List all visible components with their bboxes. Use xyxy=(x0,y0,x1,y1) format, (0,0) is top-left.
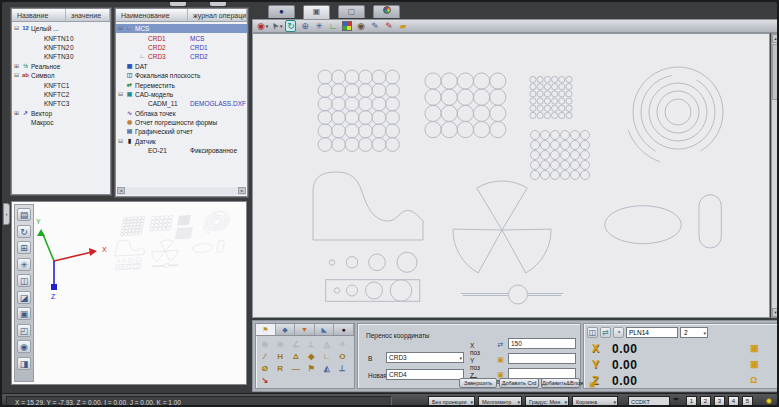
operation-row[interactable]: ∿ Облака точек xyxy=(116,109,247,118)
paint-pen-icon[interactable]: ✎ xyxy=(383,20,394,32)
view3d-panel[interactable]: Y X Z ▤ ↻ ⊞ ✳ ◫ ◪ ▣ ◰ ◉ xyxy=(11,201,247,385)
fan-shape[interactable] xyxy=(453,181,551,273)
status-number-button[interactable]: 2 xyxy=(700,396,711,406)
select-cursor-icon[interactable]: ➤ ▾ xyxy=(271,20,282,32)
operation-row[interactable]: ⊟ ▣ CAD-модель xyxy=(116,90,247,99)
view-options-icon[interactable]: ◉ xyxy=(355,20,366,32)
angle-icon[interactable]: ∠ xyxy=(289,339,303,350)
part-miniature[interactable] xyxy=(112,211,231,271)
scroll-right-icon[interactable]: ▸ xyxy=(238,187,246,194)
vector-arrow-icon[interactable]: ↘ xyxy=(258,375,272,386)
zoom-extents-icon[interactable]: ✳ xyxy=(313,20,324,32)
pan-view-icon[interactable]: ◫ xyxy=(17,274,31,287)
dock-grip[interactable] xyxy=(210,2,226,6)
variable-row[interactable]: ⊟ 12 Целый ... xyxy=(12,24,110,33)
corner-tool-icon[interactable]: ∟ xyxy=(320,351,334,362)
operation-row[interactable]: ▦ DAT xyxy=(116,62,247,71)
expander-icon[interactable]: ⊟ xyxy=(118,137,125,146)
scroll-left-icon[interactable]: ◂ xyxy=(117,187,125,194)
axis-lock-icon[interactable]: ▣ xyxy=(750,343,759,353)
palette-tab-csys[interactable]: ◣ xyxy=(315,324,335,335)
dro-sync-icon[interactable]: ⇄ xyxy=(600,327,611,338)
expander-icon[interactable]: ⊞ xyxy=(14,109,21,118)
wave-icon[interactable]: ≋ xyxy=(274,339,288,350)
star-icon[interactable]: ✧ xyxy=(336,339,350,350)
axis-line-with-circle[interactable] xyxy=(461,285,563,304)
wireframe-view-icon[interactable]: ▣ xyxy=(17,307,31,320)
cam-blob-shape[interactable] xyxy=(313,172,423,240)
dock-grip[interactable] xyxy=(170,2,186,6)
zoom-extents-icon[interactable]: ✳ xyxy=(17,258,31,271)
circle-grid-large-a[interactable] xyxy=(318,70,399,151)
operation-row[interactable]: CADM_11 DEMOGLASS.DXF xyxy=(116,99,247,108)
flag-tool-icon[interactable]: ⚑ xyxy=(305,363,319,374)
ramp-tool-icon[interactable]: ◭ xyxy=(320,363,334,374)
circle-grid-small-b[interactable] xyxy=(531,131,590,180)
scroll-up-icon[interactable]: ▲ xyxy=(772,34,779,43)
position-field[interactable]: 150 xyxy=(508,338,576,349)
tab-graphics-view[interactable]: ▣ xyxy=(303,5,330,19)
combine-icon[interactable]: ⊕ xyxy=(258,339,272,350)
axis-lock-icon[interactable]: ▣ xyxy=(750,359,759,369)
slot-tool-icon[interactable]: H xyxy=(274,351,288,362)
joystick-icon[interactable]: ✒ xyxy=(673,395,680,404)
status-number-button[interactable]: 4 xyxy=(728,396,739,406)
variable-row[interactable]: ⊟ ab Символ xyxy=(12,71,110,80)
orient-view-icon[interactable]: ◰ xyxy=(17,324,31,337)
variable-row[interactable]: KNFTN2 0 xyxy=(12,43,110,52)
position-field[interactable] xyxy=(508,353,576,364)
expander-icon[interactable]: ⊟ xyxy=(14,24,21,33)
background-icon[interactable]: ◨ xyxy=(17,357,31,370)
lock-icon[interactable]: ▣ xyxy=(496,355,505,364)
palette-tab-measure[interactable]: ⚑ xyxy=(256,324,276,335)
operation-row[interactable]: CRD1 MCS xyxy=(116,33,247,42)
operation-row[interactable]: ⇄ Переместить xyxy=(116,80,247,89)
capsule-shape[interactable] xyxy=(699,195,721,248)
circle-size-row[interactable] xyxy=(329,252,417,272)
operation-row[interactable]: ⊟ ∟ MCS xyxy=(116,24,247,33)
variable-row[interactable]: KNFTC1 xyxy=(12,80,110,89)
light-icon[interactable]: ◉ xyxy=(17,340,31,353)
expander-icon[interactable]: ⊟ xyxy=(118,90,125,99)
circle-tool-icon[interactable]: O xyxy=(336,351,350,362)
distance-tool-icon[interactable]: — xyxy=(289,363,303,374)
xpos-link-icon[interactable]: ⇄ xyxy=(496,340,505,349)
color-grid-icon[interactable] xyxy=(341,20,352,32)
scroll-thumb[interactable] xyxy=(772,44,779,100)
column-header-value[interactable]: значение xyxy=(66,9,110,21)
chevron-down-icon[interactable]: ▾ xyxy=(459,355,462,361)
dro-machine-icon[interactable]: ◫ xyxy=(587,327,598,338)
line-tool-icon[interactable]: ∕ xyxy=(258,351,272,362)
variable-row[interactable]: KNFTC2 xyxy=(12,90,110,99)
canvas-vertical-scrollbar[interactable]: ▲ ▼ xyxy=(771,33,779,318)
zoom-window-icon[interactable]: ⊞ xyxy=(17,241,31,254)
refresh-view-icon[interactable]: ↻ xyxy=(285,20,296,32)
status-number-button[interactable]: 5 xyxy=(742,396,753,406)
variable-row[interactable]: ⊞ ½ Реальное xyxy=(12,62,110,71)
status-number-button[interactable]: 1 xyxy=(686,396,697,406)
marker-icon[interactable]: ▰ xyxy=(397,20,408,32)
shaded-view-icon[interactable]: ◪ xyxy=(17,291,31,304)
ellipse-shape[interactable] xyxy=(605,206,682,244)
operation-row[interactable]: EO-21 Фиксированное xyxy=(116,146,247,155)
fit-view-icon[interactable]: ▤ xyxy=(17,208,31,221)
tab-report-view[interactable]: ▢ xyxy=(338,5,365,18)
scroll-track[interactable] xyxy=(125,187,238,195)
dro-corner-icon[interactable]: ▣ xyxy=(589,381,596,389)
finish-button[interactable]: Завершить xyxy=(459,378,497,388)
annotate-pen-icon[interactable]: ✎ xyxy=(369,20,380,32)
status-dropdown[interactable]: Миллиметр xyxy=(478,396,522,406)
plate-with-holes[interactable] xyxy=(326,280,420,302)
tab-camera-view[interactable] xyxy=(373,5,400,18)
status-dropdown[interactable]: Корзина xyxy=(572,396,618,406)
tab-probe-view[interactable]: ● xyxy=(268,5,295,18)
new-name-field[interactable]: CRD4 xyxy=(386,369,464,380)
dro-probe-icon[interactable]: ◔ xyxy=(613,327,624,338)
operation-row[interactable]: CRD2 CRD1 xyxy=(116,43,247,52)
operation-row[interactable]: ◉ Отчет погрешности формы xyxy=(116,118,247,127)
part-drawing-svg[interactable] xyxy=(253,34,769,317)
circle-grid-large-b[interactable] xyxy=(425,73,506,138)
spiral-shape[interactable] xyxy=(628,67,723,162)
operation-row[interactable]: ◫ Фокальная плоскость xyxy=(116,71,247,80)
plane-tool-icon[interactable]: ⊥ xyxy=(336,363,350,374)
